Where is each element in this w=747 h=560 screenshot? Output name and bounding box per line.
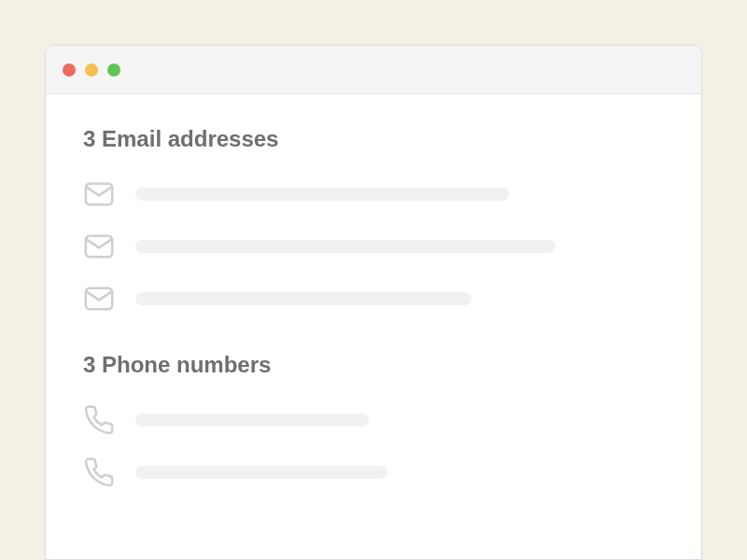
phones-section-title: 3 Phone numbers — [83, 352, 664, 378]
phone-icon — [83, 404, 115, 436]
app-window: 3 Email addresses 3 Phon — [45, 45, 702, 560]
list-item — [83, 456, 664, 488]
minimize-button[interactable] — [85, 63, 98, 77]
phones-section: 3 Phone numbers — [83, 352, 664, 488]
maximize-button[interactable] — [107, 63, 120, 77]
email-placeholder — [135, 292, 472, 305]
emails-section: 3 Email addresses — [83, 126, 664, 315]
list-item — [83, 178, 664, 210]
list-item — [83, 283, 664, 315]
phone-placeholder — [135, 413, 369, 427]
mail-icon — [83, 178, 115, 210]
mail-icon — [83, 283, 115, 315]
email-placeholder — [135, 240, 556, 253]
email-placeholder — [135, 188, 509, 201]
close-button[interactable] — [63, 63, 76, 77]
phone-icon — [83, 456, 115, 488]
list-item — [83, 231, 664, 262]
emails-section-title: 3 Email addresses — [83, 126, 664, 152]
phone-placeholder — [135, 466, 388, 479]
mail-icon — [83, 231, 115, 262]
content-area: 3 Email addresses 3 Phon — [46, 94, 701, 488]
titlebar — [46, 46, 701, 94]
list-item — [83, 404, 664, 436]
